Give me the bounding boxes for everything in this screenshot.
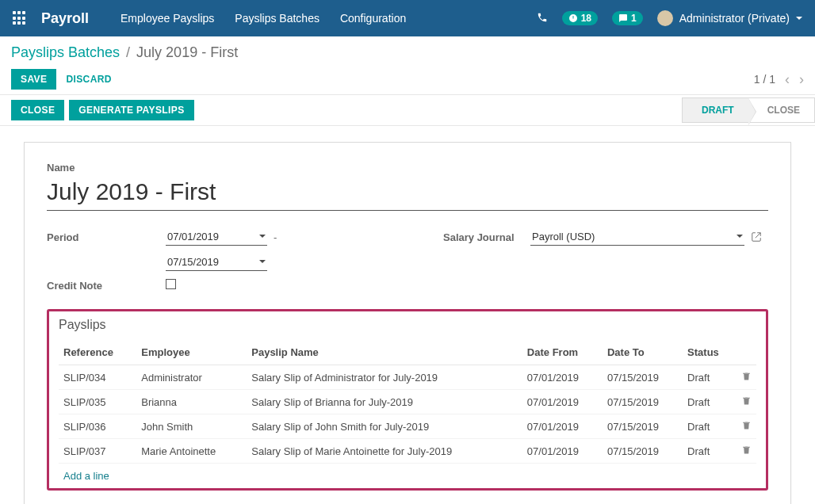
payslips-section: Payslips Reference Employee Payslip Name… — [47, 309, 768, 491]
close-button[interactable]: CLOSE — [11, 100, 64, 120]
salary-journal-field[interactable]: Payroll (USD) — [530, 228, 744, 246]
status-stages: DRAFT CLOSE — [682, 95, 815, 125]
credit-note-checkbox[interactable] — [166, 279, 176, 289]
cell-reference: SLIP/035 — [59, 390, 136, 414]
cell-payslip-name: Salary Slip of Administrator for July-20… — [247, 365, 522, 390]
stage-draft[interactable]: DRAFT — [682, 97, 748, 123]
chevron-down-icon — [737, 235, 743, 241]
breadcrumb-current: July 2019 - First — [136, 44, 238, 61]
avatar — [657, 10, 673, 26]
table-row[interactable]: SLIP/036John SmithSalary Slip of John Sm… — [59, 414, 756, 439]
top-menu: Employee Payslips Payslips Batches Confi… — [121, 12, 406, 25]
cell-date-to: 07/15/2019 — [603, 365, 683, 390]
discard-button[interactable]: DISCARD — [56, 69, 121, 90]
trash-icon[interactable] — [741, 396, 752, 408]
col-date-from[interactable]: Date From — [522, 340, 603, 365]
cell-reference: SLIP/036 — [59, 414, 136, 439]
menu-configuration[interactable]: Configuration — [340, 12, 406, 25]
table-row[interactable]: SLIP/037Marie AntoinetteSalary Slip of M… — [59, 439, 756, 464]
external-link-icon[interactable] — [751, 231, 768, 242]
chevron-down-icon — [259, 260, 266, 266]
period-date-to[interactable]: 07/15/2019 — [166, 254, 267, 271]
name-field[interactable] — [47, 177, 768, 211]
cell-date-to: 07/15/2019 — [603, 414, 683, 439]
chevron-down-icon — [259, 235, 266, 241]
cell-status: Draft — [683, 390, 737, 414]
payslips-table: Reference Employee Payslip Name Date Fro… — [59, 340, 756, 464]
messages-badge[interactable]: 1 — [612, 11, 643, 25]
col-employee[interactable]: Employee — [136, 340, 247, 365]
period-date-from[interactable]: 07/01/2019 — [166, 228, 267, 246]
top-navbar: Payroll Employee Payslips Payslips Batch… — [0, 0, 815, 36]
apps-icon[interactable] — [13, 11, 27, 25]
label-salary-journal: Salary Journal — [443, 231, 530, 243]
cell-date-from: 07/01/2019 — [522, 390, 603, 414]
messages-count: 1 — [631, 13, 637, 24]
stage-close[interactable]: CLOSE — [748, 97, 815, 123]
cell-payslip-name: Salary Slip of Brianna for July-2019 — [247, 390, 522, 414]
status-bar: CLOSE GENERATE PAYSLIPS DRAFT CLOSE — [0, 94, 815, 126]
breadcrumb-parent[interactable]: Payslips Batches — [11, 44, 120, 61]
cell-status: Draft — [683, 439, 737, 464]
chevron-down-icon — [796, 17, 802, 23]
pager: 1 / 1 ‹ › — [754, 71, 804, 88]
col-status[interactable]: Status — [683, 340, 737, 365]
col-reference[interactable]: Reference — [59, 340, 136, 365]
activity-count: 18 — [581, 13, 591, 24]
menu-payslips-batches[interactable]: Payslips Batches — [235, 12, 319, 25]
trash-icon[interactable] — [741, 372, 752, 384]
cell-date-from: 07/01/2019 — [522, 439, 603, 464]
cell-status: Draft — [683, 414, 737, 439]
app-brand[interactable]: Payroll — [41, 10, 89, 27]
col-date-to[interactable]: Date To — [603, 340, 683, 365]
cell-employee: John Smith — [136, 414, 247, 439]
cell-reference: SLIP/034 — [59, 365, 136, 390]
cell-employee: Marie Antoinette — [136, 439, 247, 464]
save-button[interactable]: SAVE — [11, 69, 56, 90]
label-credit-note: Credit Note — [47, 280, 166, 292]
breadcrumb: Payslips Batches / July 2019 - First — [11, 44, 804, 61]
cell-date-to: 07/15/2019 — [603, 439, 683, 464]
cell-date-from: 07/01/2019 — [522, 365, 603, 390]
label-name: Name — [47, 162, 768, 174]
label-period: Period — [47, 231, 166, 243]
cell-employee: Administrator — [136, 365, 247, 390]
activity-badge[interactable]: 18 — [562, 11, 598, 25]
cell-status: Draft — [683, 365, 737, 390]
cell-date-to: 07/15/2019 — [603, 390, 683, 414]
table-row[interactable]: SLIP/034AdministratorSalary Slip of Admi… — [59, 365, 756, 390]
generate-payslips-button[interactable]: GENERATE PAYSLIPS — [69, 100, 193, 120]
form-sheet: Name Period 07/01/2019 - Salary Journal … — [24, 142, 791, 504]
col-payslip-name[interactable]: Payslip Name — [247, 340, 522, 365]
control-bar: Payslips Batches / July 2019 - First SAV… — [0, 36, 815, 94]
phone-icon[interactable] — [537, 12, 548, 25]
cell-payslip-name: Salary Slip of Marie Antoinette for July… — [247, 439, 522, 464]
pager-next[interactable]: › — [799, 71, 804, 88]
user-label: Administrator (Private) — [679, 12, 790, 25]
trash-icon[interactable] — [741, 445, 752, 457]
cell-employee: Brianna — [136, 390, 247, 414]
cell-payslip-name: Salary Slip of John Smith for July-2019 — [247, 414, 522, 439]
cell-date-from: 07/01/2019 — [522, 414, 603, 439]
add-line-link[interactable]: Add a line — [59, 464, 114, 483]
trash-icon[interactable] — [741, 421, 752, 433]
table-row[interactable]: SLIP/035BriannaSalary Slip of Brianna fo… — [59, 390, 756, 414]
pager-prev[interactable]: ‹ — [785, 71, 790, 88]
cell-reference: SLIP/037 — [59, 439, 136, 464]
menu-employee-payslips[interactable]: Employee Payslips — [121, 12, 214, 25]
payslips-title: Payslips — [59, 318, 756, 332]
pager-value: 1 / 1 — [754, 73, 775, 86]
user-menu[interactable]: Administrator (Private) — [657, 10, 802, 26]
